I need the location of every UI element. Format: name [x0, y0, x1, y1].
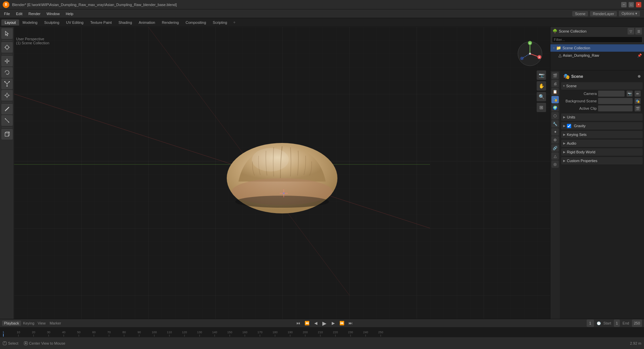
prop-tab-scene[interactable]: 🎭 [551, 96, 559, 103]
outliner-item-dumpling[interactable]: △ Asian_Dumpling_Raw 📌 [550, 52, 644, 59]
active-clip-field[interactable] [598, 105, 633, 111]
zoom-view-btn[interactable]: 🔍 [537, 92, 546, 101]
units-section-header[interactable]: ▶ Units [561, 113, 643, 121]
menu-file[interactable]: File [1, 11, 13, 17]
tab-rendering[interactable]: Rendering [158, 19, 182, 26]
prop-tab-material[interactable]: ◎ [551, 160, 559, 168]
prop-tab-object[interactable]: ⬡ [551, 112, 559, 119]
timeline-marker-btn[interactable]: Marker [48, 321, 62, 325]
measure-tool-btn[interactable] [1, 115, 13, 126]
outliner-view-btn[interactable]: ☰ [635, 28, 642, 35]
custom-props-section-name: Custom Properties [567, 159, 597, 163]
play-pause-btn[interactable]: ▶ [321, 319, 328, 327]
end-frame-input[interactable]: 250 [632, 319, 642, 327]
navigation-gizmo[interactable]: Y X [517, 40, 543, 67]
tab-animation[interactable]: Animation [136, 19, 159, 26]
tab-modeling[interactable]: Modeling [19, 19, 41, 26]
prop-tab-modifier[interactable]: 🔧 [551, 120, 559, 128]
toggle-ortho-btn[interactable]: ⊞ [537, 103, 546, 112]
options-button[interactable]: Options ▾ [619, 11, 640, 16]
viewport-3d[interactable]: Object Mode ▾ View Select Add Object 🌐 G… [14, 27, 550, 319]
outliner-search-input[interactable] [552, 37, 642, 42]
prop-tab-render[interactable]: 🎬 [551, 72, 559, 79]
svg-point-43 [227, 143, 337, 213]
prev-keyframe-btn[interactable]: ⏪ [303, 319, 311, 327]
gravity-checkbox[interactable] [567, 124, 571, 128]
prop-tab-object-data[interactable]: △ [551, 152, 559, 160]
tab-compositing[interactable]: Compositing [182, 19, 209, 26]
menu-render[interactable]: Render [26, 11, 43, 17]
pan-view-btn[interactable]: ✋ [537, 81, 546, 91]
outliner-controls: ▽ ☰ [628, 28, 642, 35]
audio-section-header[interactable]: ▶ Audio [561, 140, 643, 147]
cursor-tool-btn[interactable] [1, 42, 13, 53]
current-frame-display[interactable]: 1 [587, 319, 594, 327]
prop-tab-constraints[interactable]: 🔗 [551, 144, 559, 152]
add-cube-btn[interactable] [1, 129, 13, 140]
timeline-view-btn[interactable]: View [36, 321, 47, 325]
next-frame-btn[interactable]: ▶ [329, 319, 337, 327]
menu-window[interactable]: Window [44, 11, 62, 17]
background-scene-field[interactable] [598, 98, 633, 104]
menu-help[interactable]: Help [63, 11, 76, 17]
outliner-filter-btn[interactable]: ▽ [628, 28, 634, 35]
prop-tab-particles[interactable]: ✦ [551, 128, 559, 136]
prop-tab-output[interactable]: 🖨 [551, 80, 559, 87]
svg-text:150: 150 [227, 331, 232, 334]
camera-field-icon[interactable]: 📷 [627, 91, 633, 97]
timeline-ruler[interactable]: 1 10 20 30 40 50 60 70 80 90 1 [0, 327, 644, 337]
prop-tab-world[interactable]: 🌍 [551, 104, 559, 111]
camera-field[interactable] [598, 91, 625, 97]
timeline-keying-btn[interactable]: Keying [22, 321, 35, 325]
svg-text:230: 230 [348, 331, 353, 334]
rotate-tool-btn[interactable] [1, 67, 13, 78]
prop-tab-view-layer[interactable]: 📋 [551, 88, 559, 95]
menu-edit[interactable]: Edit [13, 11, 25, 17]
prop-tab-physics[interactable]: ⚙ [551, 136, 559, 144]
object-name: Asian_Dumpling_Raw [563, 53, 599, 57]
start-frame-input[interactable]: 1 [614, 319, 620, 327]
scene-prop-options[interactable]: ⊕ [638, 74, 641, 79]
keying-sets-section-header[interactable]: ▶ Keying Sets [561, 131, 643, 138]
menu-bar: File Edit Render Window Help Scene Rende… [0, 9, 644, 18]
tab-sculpting[interactable]: Sculpting [41, 19, 63, 26]
select-tool-btn[interactable] [1, 28, 13, 39]
move-tool-btn[interactable] [1, 56, 13, 66]
svg-point-18 [6, 94, 8, 97]
tab-shading[interactable]: Shading [115, 19, 135, 26]
svg-point-56 [520, 57, 524, 60]
tab-add[interactable]: + [230, 19, 238, 26]
svg-text:130: 130 [197, 331, 202, 334]
close-button[interactable]: × [636, 2, 641, 7]
jump-start-btn[interactable]: ⏮ [294, 319, 302, 327]
cursor-label: Center View to Mouse [29, 341, 65, 345]
tab-uv-editing[interactable]: UV Editing [63, 19, 87, 26]
tab-layout[interactable]: Layout [1, 19, 19, 26]
render-layer-selector[interactable]: RenderLayer [590, 11, 617, 16]
outliner-scene-collection[interactable]: ▾ 📁 Scene Collection [550, 44, 644, 52]
background-scene-icon[interactable]: 🎭 [635, 98, 641, 104]
active-clip-icon[interactable]: 🎬 [635, 105, 641, 111]
maximize-button[interactable]: □ [629, 2, 634, 7]
custom-properties-section-header[interactable]: ▶ Custom Properties [561, 157, 643, 164]
transform-tool-btn[interactable] [1, 90, 13, 101]
prev-frame-btn[interactable]: ◀ [312, 319, 319, 327]
scene-selector[interactable]: Scene [572, 11, 588, 16]
tab-texture-paint[interactable]: Texture Paint [87, 19, 115, 26]
scale-tool-btn[interactable] [1, 79, 13, 89]
properties-panel: 🎬 🖨 📋 🎭 🌍 ⬡ 🔧 ✦ ⚙ 🔗 △ ◎ 🎭 Scene ⊕ [550, 70, 644, 319]
next-keyframe-btn[interactable]: ⏩ [338, 319, 345, 327]
scene-section-header[interactable]: ▾ Scene [561, 82, 643, 90]
tab-scripting[interactable]: Scripting [209, 19, 230, 26]
rigid-body-world-section-header[interactable]: ▶ Rigid Body World [561, 148, 643, 156]
playback-menu-btn[interactable]: Playback [2, 320, 21, 326]
camera-edit-icon[interactable]: ✏ [635, 91, 641, 97]
jump-end-btn[interactable]: ⏭ [347, 319, 354, 327]
property-content: 🎭 Scene ⊕ ▾ Scene Camera 📷 [560, 70, 644, 319]
gravity-section-header[interactable]: ▶ Gravity [561, 122, 643, 130]
minimize-button[interactable]: − [621, 2, 627, 7]
svg-text:20: 20 [32, 331, 35, 334]
svg-text:200: 200 [303, 331, 308, 334]
camera-view-btn[interactable]: 📷 [537, 70, 546, 80]
annotate-tool-btn[interactable] [1, 104, 13, 114]
